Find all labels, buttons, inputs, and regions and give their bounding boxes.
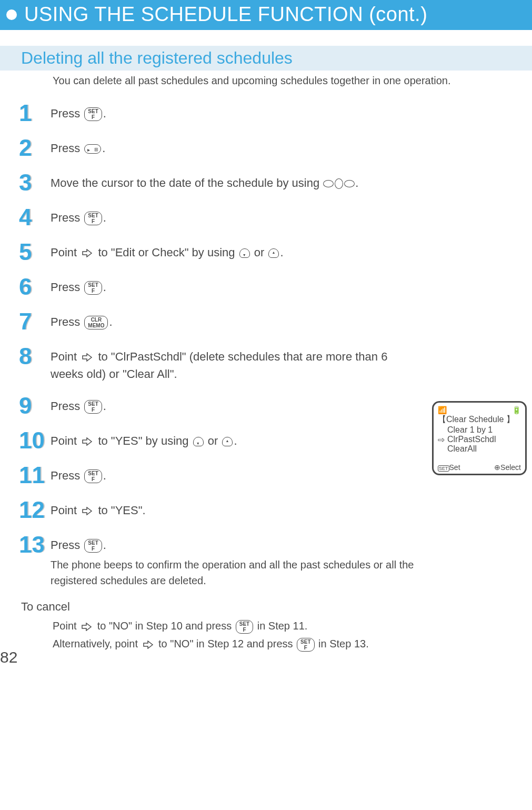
set-button-icon: SETF (236, 620, 253, 634)
lcd-softkeys: SETSet ⊕Select (438, 463, 521, 472)
up-button-icon (222, 437, 233, 446)
step-13: 13 Press SETF. The phone beeps to confir… (19, 533, 532, 588)
lcd-screen-mock: 📶🔋 【Clear Schedule 】 Clear 1 by 1 ClrPas… (432, 401, 527, 475)
step-text: Press SETF. The phone beeps to confirm t… (51, 533, 429, 588)
step-6: 6 Press SETF. (19, 275, 532, 298)
step-subtext: The phone beeps to confirm the operation… (51, 557, 429, 588)
step-text: Press SETF. (51, 206, 106, 226)
arrow-right-icon (82, 353, 93, 362)
step-number: 6 (19, 275, 51, 298)
header-title: USING THE SCHEDULE FUNCTION (cont.) (24, 3, 427, 25)
step-4: 4 Press SETF. (19, 206, 532, 229)
step-text: Point to "YES" by using or . (51, 429, 237, 449)
step-5: 5 Point to "Edit or Check" by using or . (19, 241, 532, 264)
step-text: Press SETF. (51, 464, 106, 484)
set-button-icon: SETF (84, 400, 102, 414)
set-button-icon: SETF (84, 469, 102, 483)
step-8: 8 Point to "ClrPastSchdl" (delete schedu… (19, 345, 532, 383)
down-button-icon (193, 437, 204, 446)
section-title-bar: Deleting all the registered schedules (0, 46, 532, 71)
step-number: 12 (19, 498, 51, 522)
arrow-right-icon (143, 641, 154, 649)
step-1: 1 Press SETF. (19, 102, 532, 125)
battery-icon: 🔋 (512, 406, 521, 414)
step-number: 4 (19, 206, 51, 229)
arrow-right-icon (82, 249, 93, 257)
calendar-button-icon (84, 144, 101, 154)
arrow-right-icon (82, 437, 93, 446)
step-number: 10 (19, 429, 51, 452)
set-button-icon: SETF (84, 281, 102, 295)
step-text: Point to "YES". (51, 498, 146, 519)
lcd-item-2-selected: ClrPastSchdl (438, 435, 521, 444)
right-button-icon (344, 180, 355, 187)
down-button-icon (239, 248, 250, 258)
step-number: 2 (19, 136, 51, 159)
section-title: Deleting all the registered schedules (21, 48, 532, 68)
section-intro: You can delete all past schedules and up… (53, 75, 532, 87)
step-3: 3 Move the cursor to the date of the sch… (19, 171, 532, 194)
step-number: 5 (19, 241, 51, 264)
step-text: Press . (51, 136, 105, 157)
arrow-right-icon (82, 623, 92, 631)
lcd-softkey-right: ⊕Select (494, 463, 521, 472)
step-number: 3 (19, 171, 51, 194)
step-number: 11 (19, 464, 51, 487)
step-text: Move the cursor to the date of the sched… (51, 171, 358, 192)
up-button-icon (268, 248, 279, 258)
lcd-title: 【Clear Schedule 】 (438, 414, 521, 425)
step-text: Point to "ClrPastSchdl" (delete schedule… (51, 345, 403, 383)
cancel-section: To cancel Point to "NO" in Step 10 and p… (21, 600, 532, 653)
page-number: 82 (0, 648, 17, 666)
set-button-icon: SETF (84, 107, 102, 121)
step-number: 13 (19, 533, 51, 556)
updown-button-icon (335, 178, 343, 189)
step-number: 1 (19, 102, 51, 125)
step-number: 9 (19, 394, 51, 417)
set-button-icon: SETF (84, 539, 102, 553)
lcd-item-3: ClearAll (438, 444, 521, 454)
step-text: Press SETF. (51, 275, 106, 296)
lcd-item-1: Clear 1 by 1 (438, 425, 521, 435)
lcd-status-icons: 📶🔋 (438, 406, 521, 414)
step-text: Press SETF. (51, 102, 106, 122)
left-button-icon (323, 180, 334, 187)
step-number: 8 (19, 345, 51, 368)
lcd-softkey-left: SETSet (438, 463, 460, 472)
cancel-body: Point to "NO" in Step 10 and press SETF … (53, 617, 532, 653)
arrow-right-icon (82, 507, 93, 515)
set-button-icon: SETF (84, 212, 102, 225)
step-12: 12 Point to "YES". (19, 498, 532, 522)
steps-list: 1 Press SETF. 2 Press . 3 Move the curso… (19, 102, 532, 588)
step-number: 7 (19, 310, 51, 333)
clr-memo-button-icon: CLRMEMO (84, 316, 108, 329)
set-button-icon: SETF (297, 638, 314, 652)
step-2: 2 Press . (19, 136, 532, 159)
header-dot-icon (6, 9, 17, 20)
page-header: USING THE SCHEDULE FUNCTION (cont.) (0, 0, 532, 30)
step-text: Point to "Edit or Check" by using or . (51, 241, 284, 261)
step-7: 7 Press CLRMEMO. (19, 310, 532, 333)
step-text: Press CLRMEMO. (51, 310, 113, 331)
signal-icon: 📶 (438, 406, 447, 414)
step-text: Press SETF. (51, 394, 106, 415)
cancel-title: To cancel (21, 600, 532, 614)
